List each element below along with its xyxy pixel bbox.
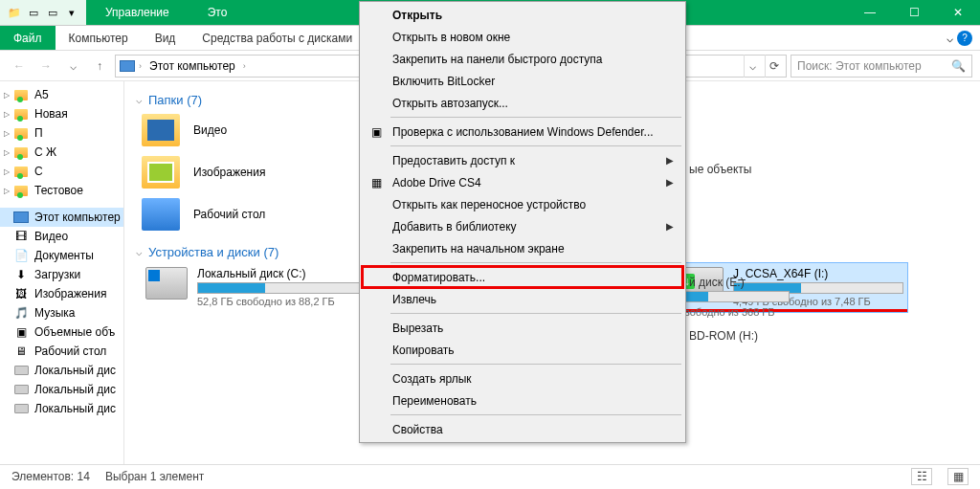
close-button[interactable]: ✕ <box>936 0 980 25</box>
folder-icon: 📁 <box>6 4 23 21</box>
chevron-right-icon[interactable]: › <box>243 61 246 71</box>
sidebar-quick-item[interactable]: Новая <box>0 104 123 123</box>
library-icon: 📄 <box>13 248 29 263</box>
sidebar-quick-item[interactable]: П <box>0 123 123 143</box>
pc-icon <box>120 58 135 74</box>
context-menu-item[interactable]: Извлечь <box>362 288 683 310</box>
context-menu-item[interactable]: Вырезать <box>362 317 683 339</box>
context-menu-item[interactable]: Открыть как переносное устройство <box>362 193 683 215</box>
context-menu-item[interactable]: ▦ Adobe Drive CS4 ▶ <box>362 171 683 193</box>
quick-access-toolbar: 📁 ▭ ▭ ▾ <box>0 0 86 25</box>
context-menu-item[interactable]: Открыть автозапуск... <box>362 92 683 114</box>
sidebar-library-item[interactable]: 🎵 Музыка <box>0 303 123 322</box>
menu-item-label: Добавить в библиотеку <box>392 220 517 233</box>
context-menu-item[interactable]: Закрепить на панели быстрого доступа <box>362 48 683 70</box>
partial-drive-label: й диск (E:) <box>689 276 745 289</box>
sidebar-library-item[interactable]: ⬇ Загрузки <box>0 265 123 284</box>
sidebar-item-label: Объемные объ <box>34 325 115 339</box>
menu-item-label: Открыть как переносное устройство <box>392 198 586 211</box>
sidebar-drive-item[interactable]: Локальный дис <box>0 361 123 380</box>
context-menu-item[interactable]: Копировать <box>362 339 683 361</box>
folder-icon <box>142 156 180 189</box>
sidebar-library-item[interactable]: ▣ Объемные объ <box>0 322 123 342</box>
library-icon: 🖥 <box>13 344 29 359</box>
chevron-right-icon[interactable]: › <box>139 61 142 71</box>
maximize-button[interactable]: ☐ <box>892 0 936 25</box>
sidebar-item-label: Локальный дис <box>34 402 116 415</box>
drive-icon <box>13 382 29 397</box>
sidebar-item-label: Этот компьютер <box>34 211 121 224</box>
forward-button[interactable]: → <box>34 55 57 78</box>
search-input[interactable]: Поиск: Этот компьютер 🔍 <box>791 55 972 78</box>
context-menu-item[interactable]: Добавить в библиотеку ▶ <box>362 215 683 237</box>
sidebar-quick-item[interactable]: С <box>0 162 123 181</box>
drive-free-label: вободно из 368 ГБ <box>684 306 775 318</box>
file-tab[interactable]: Файл <box>0 26 56 50</box>
sidebar-library-item[interactable]: 🎞 Видео <box>0 227 123 246</box>
menu-item-label: Вырезать <box>392 322 443 335</box>
menu-item-label: Открыть <box>392 9 442 22</box>
sidebar-quick-item[interactable]: Тестовое <box>0 181 123 200</box>
refresh-button[interactable]: ⟳ <box>765 55 782 78</box>
folder-icon <box>142 114 180 146</box>
menu-item-label: Форматировать... <box>392 271 485 284</box>
context-menu-item[interactable]: Создать ярлык <box>362 367 683 389</box>
sidebar-library-item[interactable]: 🖼 Изображения <box>0 284 123 303</box>
menu-separator <box>390 364 681 365</box>
partial-drive-label: BD-ROM (H:) <box>689 329 758 343</box>
context-menu-item[interactable]: ▣ Проверка с использованием Windows Defe… <box>362 121 683 143</box>
menu-item-label: Открыть в новом окне <box>392 31 510 44</box>
details-view-button[interactable]: ☷ <box>911 468 932 485</box>
drive-item[interactable]: Локальный диск (C:) 52,8 ГБ свободно из … <box>142 263 371 312</box>
folder-label: Рабочий стол <box>193 208 265 221</box>
library-icon: ▣ <box>13 324 29 340</box>
recent-dropdown-icon[interactable]: ⌵ <box>61 55 84 78</box>
breadcrumb-item[interactable]: Этот компьютер <box>145 59 239 73</box>
sidebar-item-label: Новая <box>34 107 68 121</box>
sidebar-drive-item[interactable]: Локальный дис <box>0 399 123 418</box>
icons-view-button[interactable]: ▦ <box>947 468 969 485</box>
search-placeholder: Поиск: Этот компьютер <box>797 59 922 73</box>
sidebar-item-label: Музыка <box>34 306 75 320</box>
context-menu-item[interactable]: Закрепить на начальном экране <box>362 237 683 259</box>
context-menu-item[interactable]: Форматировать... <box>362 266 683 288</box>
library-icon: ⬇ <box>13 267 29 282</box>
ribbon-context-tab[interactable]: Управление <box>86 0 189 25</box>
qat-icon[interactable]: ▭ <box>25 4 42 21</box>
disk-tools-tab[interactable]: Средства работы с дисками <box>189 32 366 45</box>
context-menu-item[interactable]: Открыть <box>362 4 683 26</box>
view-tab[interactable]: Вид <box>142 32 189 45</box>
menu-item-label: Свойства <box>392 423 443 436</box>
qat-icon[interactable]: ▭ <box>44 4 61 21</box>
computer-tab[interactable]: Компьютер <box>56 32 142 45</box>
menu-item-label: Закрепить на панели быстрого доступа <box>392 53 603 66</box>
sidebar-library-item[interactable]: 🖥 Рабочий стол <box>0 342 123 361</box>
context-menu-item[interactable]: Свойства <box>362 418 683 440</box>
context-menu-item[interactable]: Переименовать <box>362 389 683 411</box>
sidebar-library-item[interactable]: 📄 Документы <box>0 246 123 265</box>
sidebar-quick-item[interactable]: A5 <box>0 85 123 104</box>
address-dropdown-icon[interactable]: ⌵ <box>744 55 761 78</box>
back-button[interactable]: ← <box>8 55 31 78</box>
item-count: Элементов: 14 <box>11 470 90 483</box>
sidebar-drive-item[interactable]: Локальный дис <box>0 380 123 399</box>
qat-dropdown-icon[interactable]: ▾ <box>63 4 80 21</box>
context-menu-item[interactable]: Включить BitLocker <box>362 70 683 92</box>
drive-free-label: 52,8 ГБ свободно из 88,2 ГБ <box>197 296 368 307</box>
sidebar-item-label: Загрузки <box>34 268 80 281</box>
menu-item-label: Создать ярлык <box>392 372 472 386</box>
drive-info: Локальный диск (C:) 52,8 ГБ свободно из … <box>197 267 368 308</box>
context-menu-item[interactable]: Открыть в новом окне <box>362 26 683 48</box>
context-menu-item[interactable]: Предоставить доступ к ▶ <box>362 149 683 171</box>
sidebar-item-label: С Ж <box>34 145 56 159</box>
sidebar-quick-item[interactable]: С Ж <box>0 143 123 162</box>
up-button[interactable]: ↑ <box>88 55 111 78</box>
menu-item-label: Предоставить доступ к <box>392 154 515 167</box>
folder-icon <box>13 144 29 160</box>
sidebar-this-pc[interactable]: Этот компьютер <box>0 208 123 227</box>
folder-label: Изображения <box>193 166 265 179</box>
help-icon[interactable]: ? <box>957 31 972 46</box>
chevron-down-icon[interactable]: ⌵ <box>947 32 953 45</box>
minimize-button[interactable]: — <box>848 0 892 25</box>
drive-name: Локальный диск (C:) <box>197 267 368 280</box>
